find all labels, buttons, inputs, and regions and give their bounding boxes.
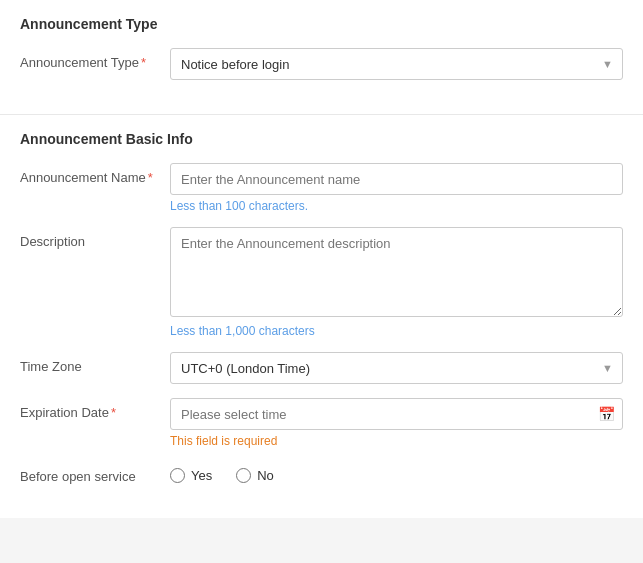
announcement-type-select[interactable]: Notice before login Notice after login S… bbox=[170, 48, 623, 80]
radio-yes-label[interactable]: Yes bbox=[170, 468, 212, 483]
radio-no-label[interactable]: No bbox=[236, 468, 274, 483]
expiration-date-row: Expiration Date* 📅 This field is require… bbox=[20, 398, 623, 448]
radio-no-input[interactable] bbox=[236, 468, 251, 483]
description-row: Description Less than 1,000 characters bbox=[20, 227, 623, 338]
radio-yes-text: Yes bbox=[191, 468, 212, 483]
timezone-select[interactable]: UTC+0 (London Time) UTC+1 UTC-5 (Eastern… bbox=[170, 352, 623, 384]
announcement-basic-info-section: Announcement Basic Info Announcement Nam… bbox=[0, 115, 643, 518]
description-label: Description bbox=[20, 227, 170, 249]
announcement-name-control: Less than 100 characters. bbox=[170, 163, 623, 213]
description-hint: Less than 1,000 characters bbox=[170, 324, 623, 338]
announcement-type-row: Announcement Type* Notice before login N… bbox=[20, 48, 623, 80]
timezone-label: Time Zone bbox=[20, 352, 170, 374]
basic-info-title: Announcement Basic Info bbox=[20, 131, 623, 147]
before-open-service-control: Yes No bbox=[170, 462, 623, 483]
before-open-service-label: Before open service bbox=[20, 462, 170, 484]
announcement-type-label: Announcement Type* bbox=[20, 48, 170, 70]
announcement-type-control: Notice before login Notice after login S… bbox=[170, 48, 623, 80]
announcement-name-row: Announcement Name* Less than 100 charact… bbox=[20, 163, 623, 213]
description-input[interactable] bbox=[170, 227, 623, 317]
radio-no-text: No bbox=[257, 468, 274, 483]
announcement-name-hint: Less than 100 characters. bbox=[170, 199, 623, 213]
name-required-indicator: * bbox=[148, 170, 153, 185]
expiration-date-label: Expiration Date* bbox=[20, 398, 170, 420]
expiration-date-error: This field is required bbox=[170, 434, 623, 448]
announcement-type-section: Announcement Type Announcement Type* Not… bbox=[0, 0, 643, 114]
announcement-type-title: Announcement Type bbox=[20, 16, 623, 32]
expiration-date-control: 📅 This field is required bbox=[170, 398, 623, 448]
description-control: Less than 1,000 characters bbox=[170, 227, 623, 338]
before-open-service-row: Before open service Yes No bbox=[20, 462, 623, 484]
announcement-type-select-wrapper: Notice before login Notice after login S… bbox=[170, 48, 623, 80]
before-open-service-radio-group: Yes No bbox=[170, 462, 623, 483]
required-indicator: * bbox=[141, 55, 146, 70]
announcement-name-input[interactable] bbox=[170, 163, 623, 195]
timezone-row: Time Zone UTC+0 (London Time) UTC+1 UTC-… bbox=[20, 352, 623, 384]
radio-yes-input[interactable] bbox=[170, 468, 185, 483]
timezone-control: UTC+0 (London Time) UTC+1 UTC-5 (Eastern… bbox=[170, 352, 623, 384]
expiration-required-indicator: * bbox=[111, 405, 116, 420]
expiration-date-input-wrapper: 📅 bbox=[170, 398, 623, 430]
expiration-date-input[interactable] bbox=[170, 398, 623, 430]
announcement-name-label: Announcement Name* bbox=[20, 163, 170, 185]
timezone-select-wrapper: UTC+0 (London Time) UTC+1 UTC-5 (Eastern… bbox=[170, 352, 623, 384]
